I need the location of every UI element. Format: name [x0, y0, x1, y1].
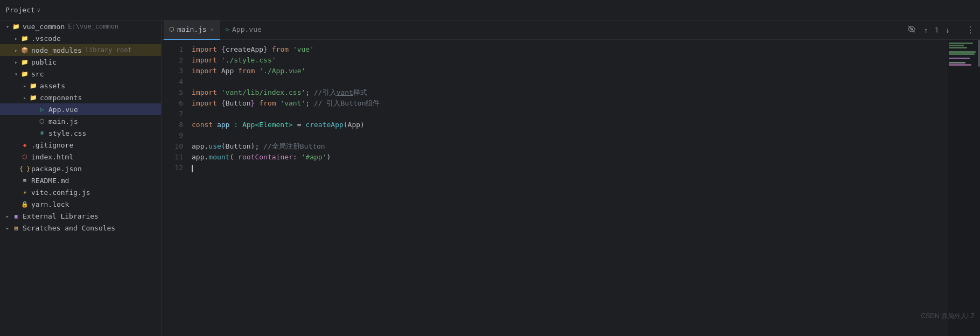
sidebar-external-libraries[interactable]: ▣ External Libraries: [0, 210, 161, 222]
line-num-4: 4: [162, 76, 183, 87]
sidebar: 📁 vue_common E:\vue_common 📁 .vscode 📦 n…: [0, 20, 162, 336]
code-line-1: import {createApp} from 'vue': [192, 44, 948, 55]
code-line-5: import 'vant/lib/index.css'; //引入vant样式: [192, 87, 948, 98]
yarn-lock-label: yarn.lock: [31, 200, 69, 208]
scratches-icon: ▤: [12, 223, 20, 232]
tab-main-js-close[interactable]: ✕: [209, 25, 215, 33]
root-name: vue_common: [23, 23, 65, 31]
project-menu[interactable]: Project ∨: [5, 6, 40, 14]
src-label: src: [31, 70, 44, 78]
sidebar-item-src[interactable]: 📁 src: [0, 68, 161, 80]
assets-icon: 📁: [29, 81, 38, 90]
tab-bar: ⬡ main.js ✕ ▷ App.vue ↑ 1: [162, 20, 980, 40]
sidebar-item-components[interactable]: 📁 components: [0, 92, 161, 103]
package-json-label: package.json: [31, 165, 82, 173]
style-css-label: style.css: [48, 129, 86, 137]
line-num-3: 3: [162, 66, 183, 76]
public-label: public: [31, 58, 57, 66]
sidebar-item-assets[interactable]: 📁 assets: [0, 80, 161, 92]
match-count: 1: [935, 26, 939, 34]
components-icon: 📁: [29, 93, 38, 102]
sidebar-item-vscode[interactable]: 📁 .vscode: [0, 32, 161, 44]
vscode-arrow: [12, 34, 20, 43]
sidebar-item-main-js[interactable]: ⬡ main.js: [0, 115, 161, 127]
tab-main-js-label: main.js: [177, 25, 207, 33]
public-arrow: [12, 58, 20, 66]
vite-config-label: vite.config.js: [31, 188, 90, 197]
code-editor[interactable]: import {createApp} from 'vue' import './…: [187, 40, 948, 336]
ext-lib-label: External Libraries: [23, 212, 99, 220]
root-arrow: [3, 22, 12, 31]
ext-lib-arrow: [3, 212, 12, 220]
project-label-text: Project: [5, 6, 35, 14]
vite-config-icon: ⚡: [20, 188, 29, 197]
code-line-12: [192, 163, 948, 173]
eye-icon[interactable]: [906, 24, 917, 36]
watermark: CSDN @局外人LZ: [921, 312, 975, 321]
code-line-4: [192, 76, 948, 87]
scratches-arrow: [3, 223, 12, 232]
scratches-label: Scratches and Consoles: [23, 224, 115, 232]
node-modules-label: node_modules: [31, 46, 82, 54]
code-line-3: import App from './App.vue': [192, 66, 948, 76]
sidebar-item-readme[interactable]: ≡ README.md: [0, 174, 161, 186]
vscode-label: .vscode: [31, 34, 61, 43]
main-js-label: main.js: [48, 117, 78, 125]
line-num-1: 1: [162, 44, 183, 55]
minimap: [948, 40, 980, 336]
assets-arrow: [20, 81, 29, 90]
node-modules-hint: library root: [85, 46, 132, 54]
sidebar-scratches[interactable]: ▤ Scratches and Consoles: [0, 222, 161, 234]
yarn-lock-icon: 🔒: [20, 200, 29, 208]
more-menu-button[interactable]: ⋮: [966, 25, 975, 35]
readme-label: README.md: [31, 177, 69, 185]
sidebar-item-index-html[interactable]: ⬡ index.html: [0, 151, 161, 163]
line-num-6: 6: [162, 98, 183, 109]
line-num-8: 8: [162, 120, 183, 130]
sidebar-item-yarn-lock[interactable]: 🔒 yarn.lock: [0, 198, 161, 210]
tab-app-vue-icon: ▷: [226, 26, 229, 33]
sidebar-item-vite-config[interactable]: ⚡ vite.config.js: [0, 186, 161, 198]
node-modules-icon: 📦: [20, 46, 29, 54]
sidebar-item-style-css[interactable]: # style.css: [0, 127, 161, 139]
sidebar-item-package-json[interactable]: { } package.json: [0, 163, 161, 174]
line-numbers: 1 2 3 4 5 6 7 8 9 10 11 12: [162, 40, 187, 336]
line-num-11: 11: [162, 152, 183, 163]
code-line-8: const app : App<Element> = createApp(App…: [192, 120, 948, 130]
node-modules-arrow: [12, 46, 20, 54]
line-num-5: 5: [162, 87, 183, 98]
up-arrow-icon[interactable]: ↑: [922, 25, 929, 36]
svg-line-1: [908, 26, 915, 32]
down-arrow-icon[interactable]: ↓: [944, 25, 951, 36]
style-css-icon: #: [38, 129, 46, 137]
tab-app-vue-label: App.vue: [232, 25, 262, 33]
components-label: components: [40, 94, 82, 102]
line-num-2: 2: [162, 55, 183, 66]
public-icon: 📁: [20, 58, 29, 66]
sidebar-item-node-modules[interactable]: 📦 node_modules library root: [0, 44, 161, 56]
root-path: E:\vue_common: [68, 23, 118, 30]
index-html-label: index.html: [31, 153, 73, 161]
line-num-12: 12: [162, 163, 183, 173]
tab-app-vue[interactable]: ▷ App.vue: [220, 20, 267, 40]
sidebar-item-gitignore[interactable]: ◆ .gitignore: [0, 139, 161, 151]
top-bar: Project ∨: [0, 0, 980, 20]
line-num-7: 7: [162, 109, 183, 120]
app-vue-icon: ▷: [38, 105, 46, 114]
sidebar-item-app-vue[interactable]: ▷ App.vue: [0, 103, 161, 115]
main-js-icon: ⬡: [38, 117, 46, 125]
code-container: 1 2 3 4 5 6 7 8 9 10 11 12 import {creat…: [162, 40, 980, 336]
components-arrow: [20, 93, 29, 102]
package-json-icon: { }: [20, 164, 29, 173]
assets-label: assets: [40, 82, 65, 90]
tab-main-js[interactable]: ⬡ main.js ✕: [164, 20, 220, 40]
sidebar-root-folder[interactable]: 📁 vue_common E:\vue_common: [0, 20, 161, 32]
chevron-down-icon: ∨: [37, 7, 40, 13]
code-line-11: app.mount( rootContainer: '#app'): [192, 152, 948, 163]
code-line-10: app.use(Button); //全局注册Button: [192, 141, 948, 152]
ext-lib-icon: ▣: [12, 212, 20, 220]
minimap-content: [948, 40, 980, 71]
sidebar-item-public[interactable]: 📁 public: [0, 56, 161, 68]
code-line-6: import {Button} from 'vant'; // 引入Button…: [192, 98, 948, 109]
code-line-2: import './style.css': [192, 55, 948, 66]
